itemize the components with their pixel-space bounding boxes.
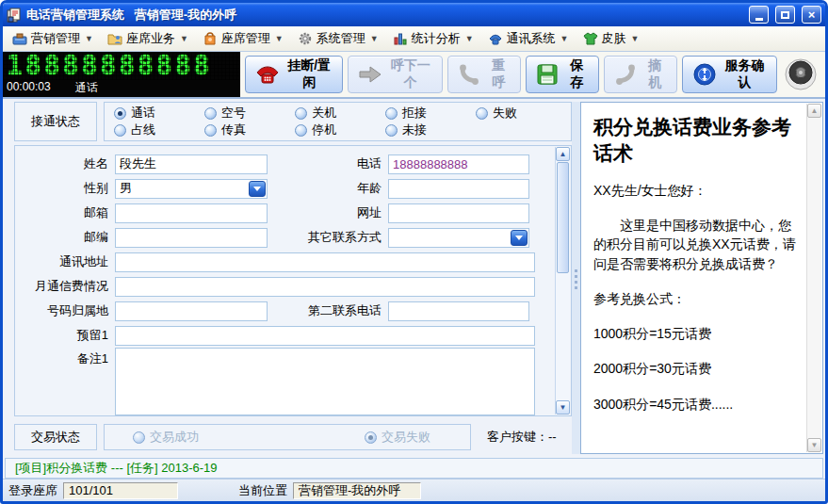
- radio-label: 关机: [312, 105, 336, 122]
- second-phone-field[interactable]: [388, 301, 529, 321]
- marketing-icon: [12, 31, 27, 46]
- form-scrollbar[interactable]: ▲ ▼: [555, 147, 570, 415]
- connect-status-row2: 占线 传真 停机 未接: [114, 122, 567, 138]
- scrollbar-track[interactable]: [807, 118, 821, 438]
- chevron-down-icon: ▼: [370, 34, 379, 43]
- call-result-panel: 接通状态 通话 空号 关机 拒接 失败 占线 传真 停机 未接: [5, 102, 572, 454]
- save-label: 保存: [564, 57, 589, 91]
- menu-skin[interactable]: 皮肤 ▼: [579, 28, 646, 49]
- website-field[interactable]: [388, 203, 529, 223]
- form-row: 预留1: [17, 323, 548, 348]
- minimize-button[interactable]: [749, 6, 769, 24]
- radio-dot: [133, 431, 145, 444]
- steering-wheel-icon[interactable]: [782, 56, 820, 93]
- email-field[interactable]: [115, 203, 268, 223]
- redial-label: 重呼: [486, 57, 511, 91]
- save-button[interactable]: 保存: [526, 56, 599, 93]
- redial-button[interactable]: 重呼: [447, 56, 521, 93]
- gender-value: 男: [120, 180, 132, 197]
- chevron-down-icon: ▼: [275, 34, 284, 43]
- radio-talking[interactable]: 通话: [114, 105, 204, 122]
- script-paragraph: 参考兑换公式：: [593, 289, 798, 308]
- menu-system-manage[interactable]: 系统管理 ▼: [294, 28, 385, 49]
- radio-busy[interactable]: 占线: [114, 122, 204, 138]
- radio-no-answer[interactable]: 未接: [385, 122, 476, 138]
- menu-label: 统计分析: [412, 30, 461, 47]
- gender-select[interactable]: 男: [115, 179, 268, 199]
- menu-telecom[interactable]: 通讯系统 ▼: [484, 28, 576, 49]
- form-row: 月通信费情况: [17, 274, 548, 299]
- close-button[interactable]: ×: [802, 6, 821, 24]
- menu-label: 系统管理: [317, 30, 365, 47]
- zipcode-label: 邮编: [17, 229, 115, 246]
- chevron-down-icon: ▼: [85, 34, 93, 43]
- other-contact-label: 其它联系方式: [268, 229, 388, 246]
- service-confirm-button[interactable]: 服务确认: [682, 56, 777, 93]
- name-field[interactable]: [115, 154, 268, 174]
- hangup-label: 挂断/置闲: [285, 57, 333, 91]
- hangup-button[interactable]: 挂断/置闲: [245, 56, 343, 93]
- reserved1-label: 预留1: [17, 327, 115, 344]
- script-scrollbar[interactable]: ▲ ▼: [806, 104, 821, 452]
- call-toolbar: 18888888888 00:00:03 通话 挂断/置闲 呼下一个 重呼 保存…: [3, 52, 825, 99]
- radio-failed[interactable]: 失败: [476, 105, 566, 122]
- menu-agent-manage[interactable]: 座席管理 ▼: [199, 28, 290, 49]
- panel-splitter[interactable]: [572, 102, 580, 454]
- scroll-down-icon[interactable]: ▼: [807, 438, 821, 452]
- radio-label: 未接: [402, 122, 427, 138]
- form-row: 号码归属地 第二联系电话: [17, 299, 548, 323]
- address-field[interactable]: [115, 252, 535, 272]
- project-info-bar: [项目]积分换话费 --- [任务] 2013-6-19: [5, 458, 823, 479]
- zipcode-field[interactable]: [115, 228, 268, 248]
- other-contact-select[interactable]: [388, 228, 529, 248]
- radio-suspended[interactable]: 停机: [295, 122, 385, 138]
- radio-dot: [385, 124, 398, 137]
- menu-marketing[interactable]: 营销管理 ▼: [8, 28, 100, 49]
- radio-empty-number[interactable]: 空号: [204, 105, 295, 122]
- scroll-up-icon[interactable]: ▲: [807, 104, 821, 118]
- chevron-down-icon: ▼: [631, 34, 640, 43]
- scrollbar-thumb[interactable]: [557, 162, 569, 273]
- scrollbar-track[interactable]: [556, 274, 570, 400]
- menu-label: 营销管理: [31, 30, 80, 47]
- maximize-button[interactable]: [775, 6, 795, 24]
- monthly-fee-field[interactable]: [115, 277, 535, 297]
- offhook-button[interactable]: 摘机: [604, 56, 677, 93]
- address-label: 通讯地址: [17, 253, 115, 270]
- save-floppy-icon: [536, 63, 559, 86]
- radio-rejected[interactable]: 拒接: [385, 105, 476, 122]
- age-label: 年龄: [268, 180, 388, 197]
- title-bar: 电话营销管理系统 营销管理-我的外呼 ×: [3, 3, 825, 26]
- radio-deal-failed[interactable]: 交易失败: [365, 429, 455, 446]
- chevron-down-icon[interactable]: [249, 181, 266, 197]
- remark1-label: 备注1: [17, 348, 115, 367]
- statistics-icon: [393, 31, 408, 46]
- app-window: 电话营销管理系统 营销管理-我的外呼 × 营销管理 ▼ 座席业务 ▼ 座席管理 …: [0, 0, 828, 504]
- scroll-up-icon[interactable]: ▲: [556, 147, 570, 161]
- reserved1-field[interactable]: [115, 326, 535, 346]
- radio-dot: [385, 107, 398, 120]
- menu-agent-business[interactable]: 座席业务 ▼: [104, 28, 195, 49]
- scroll-down-icon[interactable]: ▼: [556, 400, 570, 415]
- email-label: 邮箱: [17, 204, 115, 221]
- connect-status-label: 接通状态: [14, 102, 97, 141]
- minimize-icon: [755, 18, 763, 21]
- age-field[interactable]: [388, 179, 529, 199]
- second-phone-label: 第二联系电话: [268, 302, 388, 319]
- remark1-field[interactable]: [115, 348, 535, 415]
- close-icon: ×: [808, 8, 816, 21]
- phone-label: 电话: [268, 155, 388, 172]
- number-region-field[interactable]: [115, 301, 268, 321]
- radio-dot: [204, 107, 217, 120]
- radio-label: 传真: [221, 122, 246, 138]
- call-next-button[interactable]: 呼下一个: [348, 56, 443, 93]
- service-confirm-label: 服务确认: [722, 57, 767, 91]
- radio-fax[interactable]: 传真: [204, 122, 295, 138]
- call-next-label: 呼下一个: [388, 57, 432, 91]
- menu-statistics[interactable]: 统计分析 ▼: [389, 28, 480, 49]
- chevron-down-icon[interactable]: [511, 230, 528, 246]
- offhook-label: 摘机: [642, 57, 667, 91]
- radio-powered-off[interactable]: 关机: [295, 105, 385, 122]
- radio-deal-success[interactable]: 交易成功: [133, 429, 223, 446]
- phone-field[interactable]: [388, 154, 529, 174]
